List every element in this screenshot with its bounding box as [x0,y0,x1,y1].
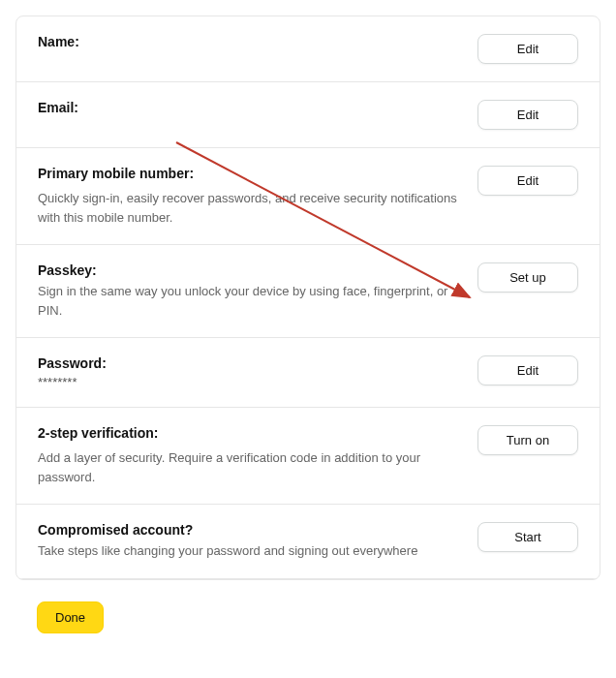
two-step-label: 2-step verification: [38,425,458,441]
passkey-description: Sign in the same way you unlock your dev… [38,282,458,320]
turn-on-two-step-button[interactable]: Turn on [477,425,578,455]
mobile-label: Primary mobile number: [38,166,458,181]
row-password: Password: ******** Edit [16,338,600,408]
password-label: Password: [38,355,458,371]
edit-email-button[interactable]: Edit [477,100,578,130]
row-two-step-content: 2-step verification: Add a layer of secu… [38,425,477,486]
edit-password-button[interactable]: Edit [477,355,578,385]
done-button[interactable]: Done [37,601,104,633]
password-value: ******** [38,375,458,389]
row-email-content: Email: [38,100,477,119]
row-compromised: Compromised account? Take steps like cha… [16,505,600,579]
mobile-description: Quickly sign-in, easily recover password… [38,189,458,227]
edit-name-button[interactable]: Edit [477,34,578,64]
row-mobile: Primary mobile number: Quickly sign-in, … [16,148,600,245]
edit-mobile-button[interactable]: Edit [477,166,578,196]
two-step-description: Add a layer of security. Require a verif… [38,448,458,486]
row-name: Name: Edit [16,16,600,82]
row-name-content: Name: [38,34,477,53]
name-label: Name: [38,34,458,49]
setup-passkey-button[interactable]: Set up [477,262,578,293]
row-mobile-content: Primary mobile number: Quickly sign-in, … [38,166,477,227]
compromised-label: Compromised account? [38,522,458,538]
passkey-label: Passkey: [38,262,458,278]
compromised-description: Take steps like changing your password a… [38,541,458,561]
login-security-card: Name: Edit Email: Edit Primary mobile nu… [15,15,601,580]
start-compromised-button[interactable]: Start [477,522,578,552]
row-password-content: Password: ******** [38,355,477,389]
row-compromised-content: Compromised account? Take steps like cha… [38,522,477,561]
row-two-step: 2-step verification: Add a layer of secu… [16,408,600,505]
row-passkey-content: Passkey: Sign in the same way you unlock… [38,262,477,320]
email-label: Email: [38,100,458,115]
row-email: Email: Edit [16,82,600,148]
row-passkey: Passkey: Sign in the same way you unlock… [16,245,600,338]
